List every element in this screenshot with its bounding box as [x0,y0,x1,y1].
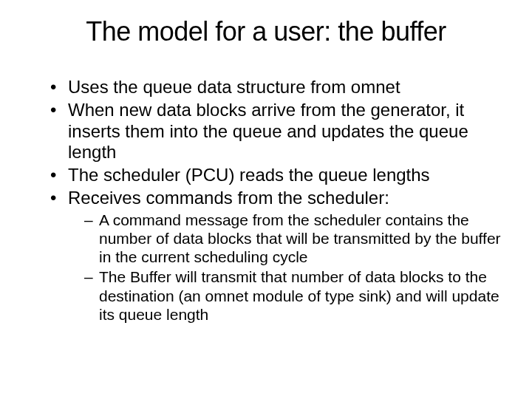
list-item: Uses the queue data structure from omnet [50,77,502,98]
list-item: A command message from the scheduler con… [84,211,502,267]
sub-bullet-list: A command message from the scheduler con… [68,211,502,324]
list-item: The scheduler (PCU) reads the queue leng… [50,165,502,186]
list-item-text: Receives commands from the scheduler: [68,188,389,208]
list-item: The Buffer will transmit that number of … [84,267,502,324]
slide-title: The model for a user: the buffer [30,16,502,47]
bullet-list: Uses the queue data structure from omnet… [30,77,502,324]
list-item: When new data blocks arrive from the gen… [50,100,502,163]
list-item: Receives commands from the scheduler: A … [50,188,502,324]
